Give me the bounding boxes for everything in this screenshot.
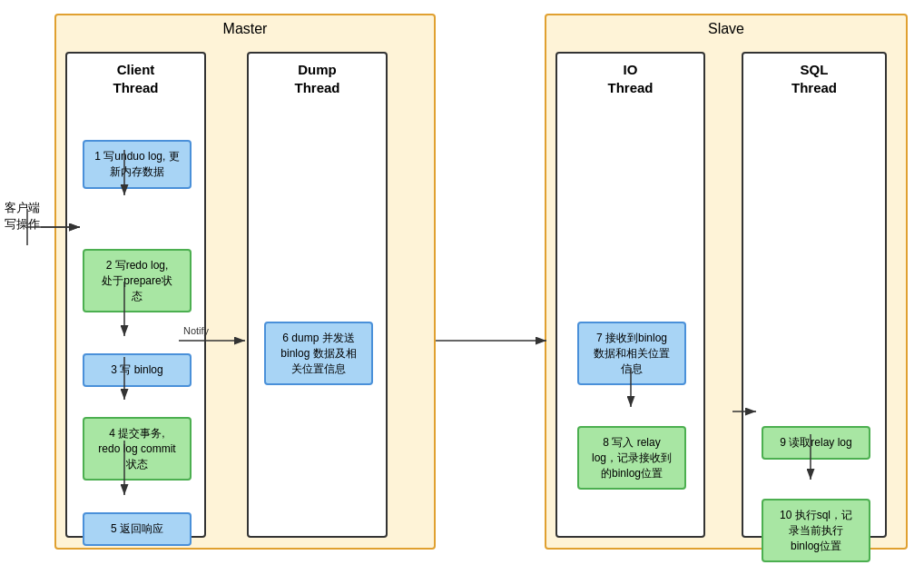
step-2-box: 2 写redo log,处于prepare状态: [83, 249, 192, 312]
step-7-box: 7 接收到binlog数据和相关位置信息: [577, 322, 686, 385]
step-5-text: 5 返回响应: [111, 522, 163, 535]
master-panel: Master ClientThread 1 写unduo log, 更新内存数据…: [54, 14, 436, 550]
step-8-box: 8 写入 relaylog，记录接收到的binlog位置: [577, 426, 686, 490]
diagram-container: Master ClientThread 1 写unduo log, 更新内存数据…: [0, 0, 924, 565]
step-3-text: 3 写 binlog: [111, 363, 162, 376]
master-title: Master: [56, 21, 434, 37]
step-2-text: 2 写redo log,处于prepare状态: [102, 259, 172, 302]
step-9-text: 9 读取relay log: [780, 436, 851, 449]
step-8-text: 8 写入 relaylog，记录接收到的binlog位置: [592, 436, 672, 480]
step-4-text: 4 提交事务,redo log commit状态: [98, 427, 175, 471]
client-write-label: 客户端写操作: [5, 200, 40, 233]
client-thread-column: ClientThread 1 写unduo log, 更新内存数据 2 写red…: [65, 52, 206, 538]
step-10-box: 10 执行sql，记录当前执行binlog位置: [762, 499, 870, 562]
io-thread-title: IOThread: [557, 54, 703, 104]
io-thread-column: IOThread 7 接收到binlog数据和相关位置信息 8 写入 relay…: [555, 52, 705, 538]
step-3-box: 3 写 binlog: [83, 353, 192, 387]
step-4-box: 4 提交事务,redo log commit状态: [83, 417, 192, 481]
step-9-box: 9 读取relay log: [762, 426, 870, 460]
step-1-box: 1 写unduo log, 更新内存数据: [83, 140, 192, 189]
step-7-text: 7 接收到binlog数据和相关位置信息: [594, 332, 670, 375]
step-5-box: 5 返回响应: [83, 512, 192, 546]
step-1-text: 1 写unduo log, 更新内存数据: [94, 150, 179, 178]
dump-thread-column: DumpThread 6 dump 并发送binlog 数据及相关位置信息: [247, 52, 388, 538]
slave-panel: Slave IOThread 7 接收到binlog数据和相关位置信息 8 写入…: [545, 14, 908, 550]
sql-thread-title: SQLThread: [743, 54, 885, 104]
client-thread-title: ClientThread: [67, 54, 204, 104]
slave-title: Slave: [546, 21, 906, 37]
step-6-box: 6 dump 并发送binlog 数据及相关位置信息: [264, 322, 373, 385]
dump-thread-title: DumpThread: [249, 54, 386, 104]
step-10-text: 10 执行sql，记录当前执行binlog位置: [780, 509, 852, 552]
client-write-text: 客户端写操作: [5, 201, 40, 231]
step-6-text: 6 dump 并发送binlog 数据及相关位置信息: [280, 332, 356, 375]
sql-thread-column: SQLThread 9 读取relay log 10 执行sql，记录当前执行b…: [742, 52, 887, 538]
